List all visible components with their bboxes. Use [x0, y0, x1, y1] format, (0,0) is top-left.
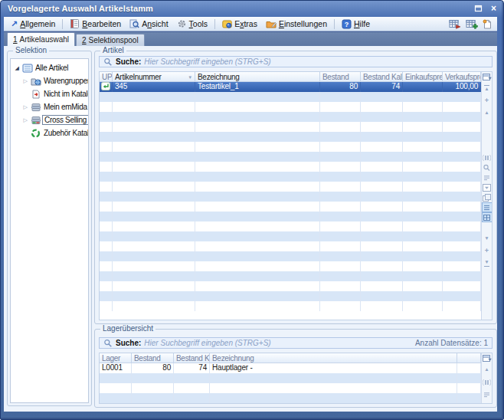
pause-icon[interactable]: [483, 378, 492, 386]
menu-item-hilfe[interactable]: ?Hilfe: [338, 18, 374, 30]
cell-einkaufspreis: [403, 212, 443, 221]
table-row[interactable]: L00018074Hauptlager -: [100, 363, 481, 373]
table-row-empty[interactable]: [100, 212, 481, 221]
cell-bestand-kalk: [361, 122, 403, 132]
artikel-search-input[interactable]: Hier Suchbegriff eingeben (STRG+S): [144, 57, 270, 66]
column-header-bestand[interactable]: Bestand: [320, 72, 361, 82]
cell-bestand-kalk: [361, 291, 403, 301]
tree-item-cross-selling-katalog[interactable]: ▷Cross Selling Katalog: [11, 113, 88, 126]
new-page-icon[interactable]: [483, 19, 492, 29]
menu-item-tools[interactable]: Tools: [173, 18, 212, 29]
column-header-verkaufspreis[interactable]: Verkaufspreis: [443, 72, 481, 82]
column-header-einkaufspreis[interactable]: Einkaufspreis: [403, 72, 443, 82]
tree-item-alle-artikel[interactable]: ◢Alle Artikel: [11, 61, 88, 74]
column-header-bestand-kalk[interactable]: Bestand Kalk.: [174, 353, 210, 363]
tree-item-mein-emmida[interactable]: ▷Mein emMida: [11, 100, 88, 113]
table-row[interactable]: 345Testartikel_18074100,00: [100, 82, 481, 92]
table-row-empty[interactable]: [100, 301, 481, 311]
menu-item-bearbeiten[interactable]: Bearbeiten: [66, 18, 125, 29]
title-bar[interactable]: Vorgelagerte Auswahl Artikelstamm ×: [1, 1, 503, 17]
lager-search-input[interactable]: Hier Suchbegriff eingeben (STRG+S): [144, 339, 270, 347]
close-button[interactable]: ×: [489, 4, 499, 13]
menu-item-einstellungen[interactable]: Einstellungen: [262, 18, 331, 29]
cell-bestand-kalk: [361, 221, 403, 231]
table-row-empty[interactable]: [100, 162, 481, 172]
column-header-bestand[interactable]: Bestand: [132, 353, 174, 363]
magnifier-icon[interactable]: [483, 163, 492, 172]
table-row-empty[interactable]: [100, 112, 481, 122]
column-header-bezeichnung[interactable]: Bezeichnung: [210, 353, 457, 363]
lager-scrollbar[interactable]: ▲▼: [481, 353, 492, 403]
cell-bezeichnung: [195, 221, 320, 231]
text-lines-icon[interactable]: [483, 173, 492, 182]
table-row-empty[interactable]: [100, 142, 481, 152]
column-header-up[interactable]: UP: [100, 72, 113, 82]
tree-item-warengruppen[interactable]: ▷Warengruppen: [11, 74, 88, 87]
table-row-empty[interactable]: [100, 393, 481, 403]
scroll-down-icon[interactable]: ▼: [483, 235, 492, 243]
title-bar-buttons: ×: [473, 4, 499, 13]
dropdown-box-icon[interactable]: [483, 183, 492, 192]
scroll-up-icon[interactable]: ▲: [483, 366, 492, 374]
scroll-bottom-icon[interactable]: ▼: [483, 259, 492, 267]
table-row-empty[interactable]: [100, 202, 481, 212]
column-header-bezeichnung[interactable]: Bezeichnung: [195, 72, 320, 82]
table-row-empty[interactable]: [100, 261, 481, 271]
column-header-artikelnummer[interactable]: Artikelnummer▼: [113, 72, 195, 82]
table-row-empty[interactable]: [100, 172, 481, 182]
table-row-empty[interactable]: [100, 132, 481, 142]
table-row-empty[interactable]: [100, 231, 481, 241]
table-row-empty[interactable]: [100, 182, 481, 192]
cell-einkaufspreis: [403, 82, 443, 92]
table-row-empty[interactable]: [100, 251, 481, 261]
expander-expanded-icon[interactable]: ◢: [13, 65, 21, 71]
scroll-plus-icon[interactable]: +: [483, 97, 492, 105]
menu-item-ansicht[interactable]: Ansicht: [126, 18, 172, 29]
table-row-empty[interactable]: [100, 152, 481, 162]
column-chooser-button[interactable]: [483, 354, 492, 363]
cell-bezeichnung: [210, 373, 457, 383]
text-lines-icon[interactable]: [483, 390, 492, 399]
cascade-windows-icon[interactable]: [483, 193, 492, 202]
scroll-up-icon[interactable]: ▲: [483, 109, 492, 117]
tab-artikelauswahl[interactable]: 1Artikelauswahl: [7, 32, 75, 46]
table-row-empty[interactable]: [100, 383, 481, 393]
column-header-lager[interactable]: Lager: [100, 353, 132, 363]
table-red-arrow-icon[interactable]: [449, 19, 461, 29]
menu-item-extras[interactable]: Extras: [218, 18, 261, 29]
tree-item-nicht-im-katalog[interactable]: Nicht im Katalog: [11, 87, 88, 100]
table-row-empty[interactable]: [100, 102, 481, 112]
column-header-bestand-kalk[interactable]: Bestand Kalk.: [361, 72, 403, 82]
table-row-empty[interactable]: [100, 92, 481, 102]
table-green-plus-icon[interactable]: [466, 19, 478, 29]
cell-bestand: [320, 271, 361, 281]
column-header-blank[interactable]: [457, 353, 481, 363]
menu-item-allgemein[interactable]: ↗Allgemein: [7, 18, 59, 29]
cell-bestand: [320, 261, 361, 271]
artikel-scrollbar[interactable]: ▲+▲ ▼+▼: [481, 72, 492, 320]
cell-verkaufspreis: [443, 271, 481, 281]
tab-selektionspool[interactable]: 2Selektionspool: [76, 34, 145, 46]
table-row-empty[interactable]: [100, 373, 481, 383]
expander-collapsed-icon[interactable]: ▷: [21, 104, 29, 110]
table-row-empty[interactable]: [100, 271, 481, 281]
column-header-label: Artikelnummer: [115, 73, 162, 81]
list-icon: [21, 64, 34, 73]
table-row-empty[interactable]: [100, 192, 481, 202]
scroll-down-icon[interactable]: ▼: [483, 402, 492, 404]
table-row-empty[interactable]: [100, 281, 481, 291]
expander-collapsed-icon[interactable]: ▷: [21, 117, 29, 123]
table-row-empty[interactable]: [100, 291, 481, 301]
pause-icon[interactable]: [483, 153, 492, 162]
grid-view-icon[interactable]: [483, 213, 492, 221]
table-row-empty[interactable]: [100, 241, 481, 251]
column-chooser-button[interactable]: [483, 73, 492, 81]
expander-collapsed-icon[interactable]: ▷: [21, 78, 29, 84]
scroll-top-icon[interactable]: ▲: [483, 84, 492, 93]
table-row-empty[interactable]: [100, 122, 481, 132]
tree-item-zubeh-r-katalog[interactable]: Zubehör Katalog: [11, 126, 88, 139]
list-view-icon[interactable]: [483, 203, 492, 212]
scroll-plus-icon[interactable]: +: [483, 247, 492, 255]
table-row-empty[interactable]: [100, 221, 481, 231]
restore-button[interactable]: [473, 4, 483, 13]
